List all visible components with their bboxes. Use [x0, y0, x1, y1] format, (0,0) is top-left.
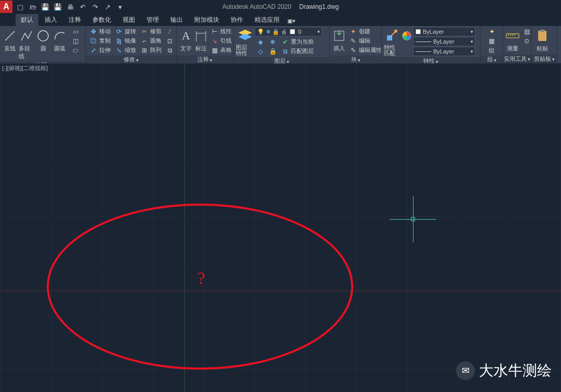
copy-button[interactable]: ⿻复制 — [88, 36, 112, 45]
layerprop-button[interactable]: 图层 特性 — [236, 27, 253, 56]
point-icon[interactable]: ⊙ — [521, 36, 532, 45]
drawing-area[interactable]: [-][俯视][二维线框] ? ✉ 大水牛测绘 — [0, 63, 561, 392]
tab-addins[interactable]: 附加模块 — [189, 14, 224, 26]
tab-annotate[interactable]: 注释 — [63, 14, 86, 26]
mirror-button[interactable]: ⧎镜像 — [113, 36, 138, 45]
linetype-dropdown[interactable]: ByLayer — [413, 47, 475, 56]
paste-button[interactable]: 粘贴 — [533, 27, 551, 52]
colorwheel-icon[interactable] — [402, 27, 412, 44]
qat-print-icon[interactable]: 🖶 — [64, 1, 76, 12]
leader-button[interactable]: ↘引线 — [209, 36, 233, 45]
qat-undo-icon[interactable]: ↶ — [77, 1, 88, 12]
erase-icon[interactable]: ∕ — [164, 27, 176, 36]
stretch-button[interactable]: ⤢拉伸 — [88, 46, 112, 55]
rotate-button[interactable]: ⟳旋转 — [113, 27, 138, 36]
qat-more-icon[interactable]: ▾ — [114, 1, 126, 12]
svg-point-1 — [38, 31, 48, 41]
trim-button[interactable]: ✂修剪 — [139, 27, 163, 36]
app-logo[interactable]: A — [0, 1, 12, 13]
offset-icon[interactable]: ⧉ — [164, 46, 176, 55]
arc-icon — [52, 28, 67, 44]
polyline-button[interactable]: 多段线 — [19, 27, 34, 60]
ribbon: 直线 多段线 圆 圆弧 ▭ ◫ ⬭ 绘图 ✥移 — [0, 26, 561, 63]
color-dropdown[interactable]: ByLayer — [413, 27, 475, 36]
quick-access-toolbar: ▢ 🗁 💾 💾 🖶 ↶ ↷ ↗ ▾ — [12, 1, 126, 12]
group-icon1[interactable]: ✦ — [486, 27, 498, 36]
dim-button[interactable]: 标注 — [194, 27, 208, 52]
tab-play-icon[interactable]: ▣▾ — [286, 16, 297, 26]
panel-group-title[interactable]: 组 — [480, 56, 503, 63]
panel-annot-title[interactable]: 注释 — [177, 56, 233, 63]
setcurrent-button[interactable]: ✔置为当前 — [279, 37, 315, 46]
tab-manage[interactable]: 管理 — [141, 14, 164, 26]
explode-icon[interactable]: ⊡ — [164, 36, 176, 45]
edit-button[interactable]: ✎编辑 — [348, 36, 383, 45]
matchprop-button[interactable]: 特性 匹配 — [384, 27, 400, 56]
qat-open-icon[interactable]: 🗁 — [27, 1, 38, 12]
watermark: ✉ 大水牛测绘 — [456, 361, 552, 381]
layerlck-icon[interactable]: 🔒 — [267, 47, 278, 56]
layeriso-icon[interactable]: ◈ — [255, 37, 266, 46]
watermark-text: 大水牛测绘 — [479, 361, 552, 381]
panel-modify-title[interactable]: 修改 — [86, 56, 176, 63]
circle-icon — [36, 28, 50, 44]
insert-icon — [332, 28, 346, 44]
line-icon — [3, 28, 17, 44]
move-button[interactable]: ✥移动 — [88, 27, 112, 36]
group-button[interactable]: 组 — [484, 46, 500, 55]
scale-button[interactable]: ⤡缩放 — [113, 46, 138, 55]
lineweight-dropdown[interactable]: ByLayer — [413, 37, 475, 46]
text-icon: A — [179, 28, 193, 44]
layerfrz-icon[interactable]: ❄ — [267, 37, 278, 46]
arc-button[interactable]: 圆弧 — [52, 27, 68, 52]
layer-dropdown[interactable]: 💡❄🔒🖨 0 — [255, 27, 322, 36]
ellipse-icon[interactable]: ⬭ — [70, 46, 81, 55]
layer-name: 0 — [298, 29, 301, 35]
insert-button[interactable]: 插入 — [332, 27, 346, 52]
panel-util-title[interactable]: 实用工具 — [503, 55, 531, 63]
panel-block-title[interactable]: 块 — [330, 56, 381, 63]
tab-default[interactable]: 默认 — [16, 14, 38, 26]
ribbon-tabs: 默认 插入 注释 参数化 视图 管理 输出 附加模块 协作 精选应用 ▣▾ — [0, 13, 561, 26]
tab-view[interactable]: 视图 — [117, 14, 140, 26]
qat-save-icon[interactable]: 💾 — [39, 1, 51, 12]
editattr-button[interactable]: ✎编辑属性 — [348, 46, 383, 55]
tab-output[interactable]: 输出 — [165, 14, 188, 26]
text-button[interactable]: A 文字 — [179, 27, 193, 52]
layers-icon — [237, 28, 252, 44]
tab-insert[interactable]: 插入 — [39, 14, 62, 26]
create-button[interactable]: ✦创建 — [348, 27, 383, 36]
hatch-icon[interactable]: ◫ — [70, 36, 81, 45]
tab-parametric[interactable]: 参数化 — [87, 14, 116, 26]
scale-icon: ⤡ — [115, 46, 123, 55]
calc-icon[interactable]: ▤ — [521, 27, 532, 36]
clipboard-icon — [535, 28, 550, 44]
doc-name: Drawing1.dwg — [299, 3, 339, 10]
svg-rect-17 — [540, 30, 544, 32]
move-icon: ✥ — [89, 28, 98, 36]
qat-redo-icon[interactable]: ↷ — [89, 1, 101, 12]
stretch-icon: ⤢ — [89, 46, 98, 55]
wechat-icon: ✉ — [456, 361, 475, 380]
qat-new-icon[interactable]: ▢ — [15, 1, 26, 12]
editattr-icon: ✎ — [349, 46, 357, 55]
fillet-button[interactable]: ⌐圆角 — [139, 36, 163, 45]
panel-clip-title[interactable]: 剪贴板 — [531, 55, 557, 63]
layeroff-icon[interactable]: ◇ — [255, 47, 266, 56]
array-button[interactable]: ⊞阵列 — [139, 46, 163, 55]
table-button[interactable]: ▦表格 — [209, 46, 233, 55]
linear-button[interactable]: ⊢线性 — [209, 27, 233, 36]
matchlayer-button[interactable]: ⧉匹配图层 — [279, 47, 315, 56]
tab-featured[interactable]: 精选应用 — [249, 14, 285, 26]
tab-collab[interactable]: 协作 — [225, 14, 248, 26]
viewport-label[interactable]: [-][俯视][二维线框] — [2, 64, 48, 72]
measure-button[interactable]: 测量 — [505, 27, 520, 52]
line-button[interactable]: 直线 — [2, 27, 18, 52]
qat-share-icon[interactable]: ↗ — [102, 1, 113, 12]
linear-icon: ⊢ — [210, 28, 219, 36]
group-icon2[interactable]: ▦ — [486, 36, 498, 45]
matchprop-icon — [385, 28, 399, 44]
qat-saveas-icon[interactable]: 💾 — [52, 1, 63, 12]
rect-icon[interactable]: ▭ — [70, 27, 81, 36]
circle-button[interactable]: 圆 — [35, 27, 51, 52]
